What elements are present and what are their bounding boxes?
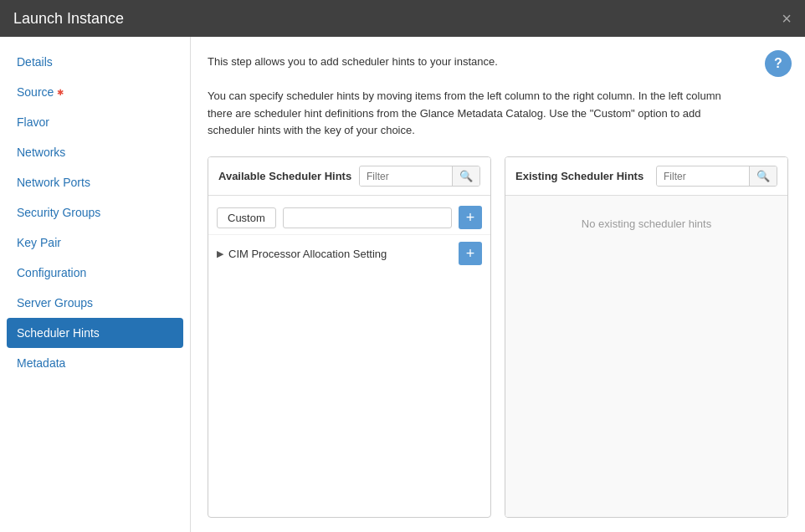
custom-label: Custom — [217, 207, 276, 228]
hint-label: CIM Processor Allocation Setting — [228, 248, 387, 260]
available-panel-header: Available Scheduler Hints 🔍 — [208, 157, 490, 196]
available-filter-button[interactable]: 🔍 — [452, 166, 479, 186]
chevron-icon: ▶ — [217, 248, 223, 259]
modal-body: DetailsSource✱FlavorNetworksNetwork Port… — [0, 37, 805, 532]
available-panel-body: Custom + ▶ CIM Processor Allocation Sett… — [208, 196, 490, 517]
custom-row: Custom + — [208, 201, 490, 234]
modal-header: Launch Instance × — [0, 0, 805, 37]
launch-instance-modal: Launch Instance × DetailsSource✱FlavorNe… — [0, 0, 805, 532]
help-button[interactable]: ? — [765, 50, 792, 77]
modal-title: Launch Instance — [13, 10, 124, 28]
required-star: ✱ — [57, 88, 64, 97]
available-filter-input[interactable] — [360, 167, 452, 186]
content-area: ? This step allows you to add scheduler … — [191, 37, 805, 532]
available-panel-title: Available Scheduler Hints — [218, 170, 351, 182]
existing-filter-input[interactable] — [657, 167, 749, 186]
existing-filter-button[interactable]: 🔍 — [749, 166, 777, 186]
sidebar-item-flavor[interactable]: Flavor — [0, 107, 190, 137]
existing-panel-title: Existing Scheduler Hints — [515, 170, 643, 182]
close-button[interactable]: × — [782, 10, 792, 27]
sidebar-item-source[interactable]: Source✱ — [0, 77, 190, 107]
existing-panel-body: No existing scheduler hints — [505, 196, 787, 517]
existing-panel: Existing Scheduler Hints 🔍 No existing s… — [505, 156, 788, 518]
sidebar-item-key-pair[interactable]: Key Pair — [0, 228, 190, 258]
sidebar-item-network-ports[interactable]: Network Ports — [0, 167, 190, 197]
description-2: You can specify scheduler hints by movin… — [208, 88, 788, 140]
existing-filter-wrap: 🔍 — [656, 166, 777, 187]
hint-expand: ▶ CIM Processor Allocation Setting — [217, 248, 452, 260]
available-panel: Available Scheduler Hints 🔍 Custom + — [208, 156, 491, 518]
sidebar-item-metadata[interactable]: Metadata — [0, 348, 190, 378]
available-filter-wrap: 🔍 — [359, 166, 480, 187]
sidebar-item-scheduler-hints[interactable]: Scheduler Hints — [7, 318, 183, 348]
custom-input[interactable] — [283, 207, 452, 228]
sidebar-item-server-groups[interactable]: Server Groups — [0, 288, 190, 318]
hint-add-button[interactable]: + — [459, 242, 482, 265]
custom-add-button[interactable]: + — [459, 206, 482, 229]
existing-panel-header: Existing Scheduler Hints 🔍 — [505, 157, 787, 196]
sidebar-item-security-groups[interactable]: Security Groups — [0, 197, 190, 228]
sidebar: DetailsSource✱FlavorNetworksNetwork Port… — [0, 37, 191, 532]
sidebar-item-configuration[interactable]: Configuration — [0, 258, 190, 288]
hint-row: ▶ CIM Processor Allocation Setting + — [208, 234, 490, 272]
description-1: This step allows you to add scheduler hi… — [208, 54, 788, 71]
panels-container: Available Scheduler Hints 🔍 Custom + — [208, 156, 788, 518]
sidebar-item-networks[interactable]: Networks — [0, 137, 190, 167]
no-items-message: No existing scheduler hints — [505, 201, 787, 247]
sidebar-item-details[interactable]: Details — [0, 47, 190, 77]
